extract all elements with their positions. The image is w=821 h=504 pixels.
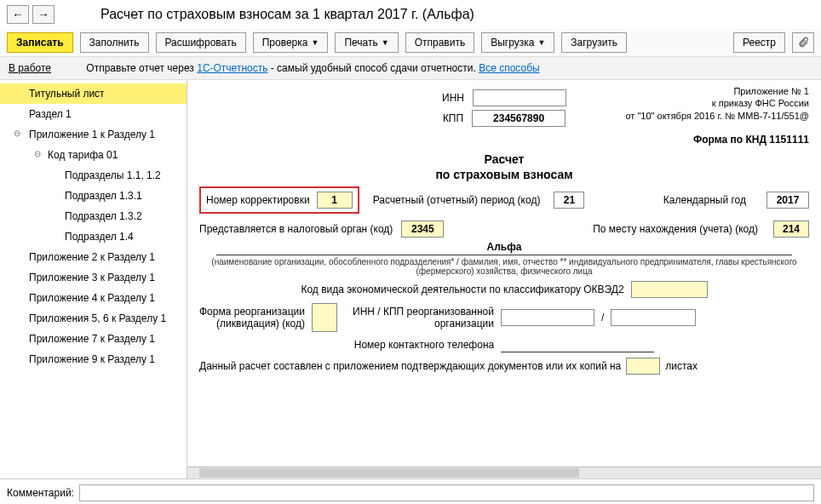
link-all-methods[interactable]: Все способы — [479, 62, 540, 74]
heading-2: по страховым взносам — [199, 168, 809, 181]
docs-label-2: листах — [665, 360, 698, 372]
tree-app7[interactable]: Приложение 7 к Разделу 1 — [0, 329, 187, 349]
tree-app3[interactable]: Приложение 3 к Разделу 1 — [0, 267, 187, 288]
tree-app4[interactable]: Приложение 4 к Разделу 1 — [0, 288, 187, 308]
phone-label: Номер контактного телефона — [354, 339, 494, 351]
tree-section-1[interactable]: Раздел 1 — [0, 104, 187, 124]
reorg-label-1: Форма реорганизации — [199, 306, 305, 318]
phone-field[interactable] — [501, 337, 654, 352]
horizontal-scrollbar[interactable] — [187, 467, 821, 478]
fill-button[interactable]: Заполнить — [80, 32, 149, 53]
form-content: Приложение № 1 к приказу ФНС России от "… — [187, 80, 821, 478]
org-name[interactable]: Альфа — [216, 241, 792, 255]
comment-input[interactable] — [79, 484, 814, 501]
kpp-label: КПП — [443, 112, 463, 124]
page-title: Расчет по страховым взносам за 1 квартал… — [100, 7, 474, 22]
back-button[interactable]: ← — [7, 5, 29, 24]
period-field[interactable]: 21 — [554, 192, 584, 209]
tree-app1[interactable]: Приложение 1 к Разделу 1 — [0, 124, 187, 145]
chevron-down-icon: ▼ — [382, 38, 389, 47]
tree-tariff-01[interactable]: Код тарифа 01 — [0, 145, 187, 165]
year-field[interactable]: 2017 — [766, 192, 809, 209]
attach-icon[interactable] — [792, 32, 814, 53]
chevron-down-icon: ▼ — [311, 38, 319, 47]
export-button[interactable]: Выгрузка▼ — [481, 32, 554, 53]
inn-field[interactable] — [473, 89, 566, 106]
load-button[interactable]: Загрузить — [561, 32, 627, 53]
send-button[interactable]: Отправить — [405, 32, 475, 53]
tree-app56[interactable]: Приложения 5, 6 к Разделу 1 — [0, 308, 187, 329]
reorg-inn-field[interactable] — [501, 309, 594, 326]
taxorg-field[interactable]: 2345 — [401, 220, 444, 238]
status-bar: В работе Отправьте отчет через 1С-Отчетн… — [0, 57, 821, 80]
save-button[interactable]: Записать — [7, 32, 73, 53]
okved-field[interactable] — [631, 281, 708, 298]
kpp-field[interactable]: 234567890 — [472, 110, 566, 127]
slash: / — [601, 312, 604, 324]
org-note: (наименование организации, обособленного… — [199, 257, 809, 276]
place-field[interactable]: 214 — [773, 220, 809, 238]
okved-label: Код вида экономической деятельности по к… — [301, 284, 623, 295]
place-label: По месту нахождения (учета) (код) — [593, 223, 758, 235]
inn-label: ИНН — [442, 92, 464, 104]
sidebar: Титульный лист Раздел 1 Приложение 1 к Р… — [0, 80, 187, 478]
tree-title-sheet[interactable]: Титульный лист — [0, 83, 187, 104]
tree-sub-132[interactable]: Подраздел 1.3.2 — [0, 206, 187, 226]
tree-sub-131[interactable]: Подраздел 1.3.1 — [0, 186, 187, 206]
correction-label: Номер корректировки — [206, 194, 310, 206]
print-button[interactable]: Печать▼ — [335, 32, 398, 53]
reorg-inn-label-1: ИНН / КПП реорганизованной — [353, 306, 494, 318]
reorg-kpp-field[interactable] — [611, 309, 696, 326]
chevron-down-icon: ▼ — [537, 38, 545, 47]
toolbar: Записать Заполнить Расшифровать Проверка… — [0, 29, 821, 57]
status-text: Отправьте отчет через — [86, 62, 197, 74]
link-1c[interactable]: 1С-Отчетность — [197, 62, 267, 74]
form-code: Форма по КНД 1151111 — [199, 134, 809, 146]
year-label: Календарный год — [663, 194, 746, 206]
taxorg-label: Представляется в налоговый орган (код) — [199, 223, 393, 235]
tree-app2[interactable]: Приложение 2 к Разделу 1 — [0, 247, 187, 267]
registry-button[interactable]: Реестр — [733, 32, 785, 53]
correction-field[interactable]: 1 — [317, 192, 353, 209]
correction-highlight: Номер корректировки 1 — [199, 186, 359, 214]
comment-label: Комментарий: — [7, 487, 74, 499]
reorg-inn-label-2: организации — [353, 318, 494, 329]
docs-label-1: Данный расчет составлен с приложением по… — [199, 360, 621, 372]
reorg-code-field[interactable] — [312, 303, 337, 332]
docs-count-field[interactable] — [626, 358, 660, 375]
status-label[interactable]: В работе — [9, 62, 51, 74]
reorg-label-2: (ликвидация) (код) — [199, 318, 305, 329]
heading-1: Расчет — [199, 152, 809, 166]
tree-sub-11-12[interactable]: Подразделы 1.1, 1.2 — [0, 165, 187, 186]
period-label: Расчетный (отчетный) период (код) — [373, 194, 541, 206]
tree-app9[interactable]: Приложение 9 к Разделу 1 — [0, 349, 187, 369]
decode-button[interactable]: Расшифровать — [156, 32, 246, 53]
tree-sub-14[interactable]: Подраздел 1.4 — [0, 226, 187, 247]
check-button[interactable]: Проверка▼ — [253, 32, 329, 53]
forward-button[interactable]: → — [32, 5, 55, 24]
